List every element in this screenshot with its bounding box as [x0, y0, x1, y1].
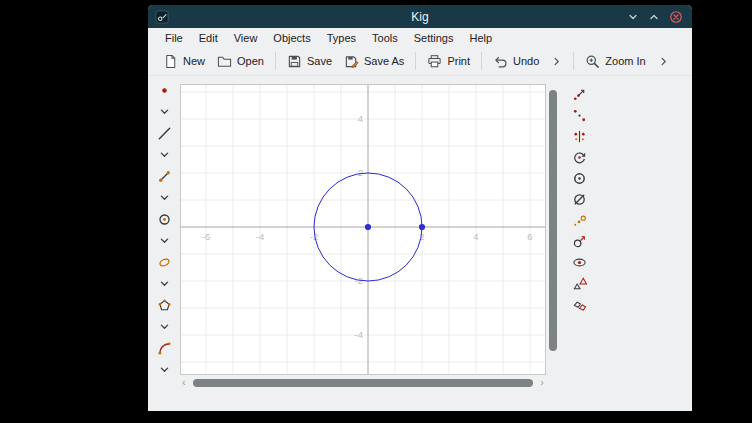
open-folder-icon: [217, 54, 232, 69]
tool-polygon-expander[interactable]: [148, 316, 180, 337]
menu-settings[interactable]: Settings: [406, 30, 462, 46]
point-object[interactable]: [365, 224, 371, 230]
scroll-left-arrow[interactable]: ‹: [182, 376, 186, 388]
menu-edit[interactable]: Edit: [191, 30, 226, 46]
print-label: Print: [447, 55, 470, 67]
tool-line-expander[interactable]: [148, 144, 180, 165]
chevron-right-icon: [551, 56, 562, 67]
tool-circle-button[interactable]: [148, 208, 180, 230]
maximize-button[interactable]: [648, 11, 660, 23]
window-title: Kig: [148, 10, 692, 24]
scroll-right-arrow[interactable]: ›: [540, 376, 544, 388]
print-button[interactable]: Print: [421, 51, 476, 72]
undo-icon: [493, 54, 508, 69]
tool-point-button[interactable]: [148, 79, 180, 101]
point-object[interactable]: [419, 224, 425, 230]
central-symmetry-icon: [572, 108, 587, 123]
close-button[interactable]: [669, 10, 683, 24]
new-label: New: [183, 55, 205, 67]
projective-rotation-icon: [572, 234, 587, 249]
open-button[interactable]: Open: [211, 51, 270, 72]
tool-line-button[interactable]: [148, 122, 180, 144]
window-controls: [627, 10, 683, 24]
horizontal-scrollbar[interactable]: ‹ ›: [180, 377, 546, 389]
scaling-icon: [572, 213, 587, 228]
tool-conic-expander[interactable]: [148, 273, 180, 294]
save-as-label: Save As: [364, 55, 404, 67]
minimize-button[interactable]: [627, 11, 639, 23]
vertical-scrollbar-thumb[interactable]: [549, 90, 557, 351]
save-as-button[interactable]: Save As: [338, 51, 410, 72]
transform-translate-button[interactable]: [564, 84, 594, 105]
horizontal-scrollbar-thumb[interactable]: [193, 379, 533, 387]
menu-file[interactable]: File: [157, 30, 191, 46]
save-icon: [287, 54, 302, 69]
save-button[interactable]: Save: [281, 51, 338, 72]
transform-rotation-button[interactable]: [564, 147, 594, 168]
tool-polygon-button[interactable]: [148, 294, 180, 316]
print-icon: [427, 54, 442, 69]
x-axis-label: 4: [473, 231, 478, 242]
transform-projective-rotation-button[interactable]: [564, 231, 594, 252]
chevron-down-icon: [159, 192, 170, 203]
arc-tool-icon: [157, 341, 172, 356]
toolbar: NewOpenSaveSave AsPrintUndoZoom In: [148, 47, 692, 76]
zoom-in-label: Zoom In: [605, 55, 645, 67]
undo-expand-button[interactable]: [545, 53, 568, 70]
undo-button[interactable]: Undo: [487, 51, 545, 72]
menu-types[interactable]: Types: [319, 30, 364, 46]
chevron-down-icon: [159, 106, 170, 117]
point-tool-icon: [157, 83, 172, 98]
new-button[interactable]: New: [157, 51, 211, 72]
tool-segment-button[interactable]: [148, 165, 180, 187]
geometry-canvas[interactable]: -6-4-224642-2-4: [180, 84, 546, 375]
y-axis-label: 2: [358, 167, 363, 178]
tool-segment-expander[interactable]: [148, 187, 180, 208]
menu-help[interactable]: Help: [461, 30, 500, 46]
chevron-down-icon: [159, 321, 170, 332]
menu-tools[interactable]: Tools: [364, 30, 406, 46]
transform-inversion-button[interactable]: [564, 168, 594, 189]
menu-objects[interactable]: Objects: [265, 30, 318, 46]
conic-tool-icon: [157, 255, 172, 270]
y-axis-label: -4: [355, 329, 363, 340]
transform-scaling-button[interactable]: [564, 210, 594, 231]
transform-similarity-button[interactable]: [564, 273, 594, 294]
transform-central-symmetry-button[interactable]: [564, 105, 594, 126]
kig-window: Kig FileEditViewObjectsTypesToolsSetting…: [148, 5, 692, 411]
x-axis-label: 6: [527, 231, 532, 242]
transform-axial-symmetry-button[interactable]: [564, 126, 594, 147]
tool-point-expander[interactable]: [148, 101, 180, 122]
menubar: FileEditViewObjectsTypesToolsSettingsHel…: [148, 28, 692, 47]
new-doc-icon: [163, 54, 178, 69]
x-axis-label: -6: [202, 231, 210, 242]
toolbar-separator: [275, 52, 276, 70]
zoom-in-button[interactable]: Zoom In: [579, 51, 651, 72]
chevron-right-icon: [658, 56, 669, 67]
circle-tool-icon: [157, 212, 172, 227]
undo-label: Undo: [513, 55, 539, 67]
tool-arc-expander[interactable]: [148, 359, 180, 380]
inversion-icon: [572, 171, 587, 186]
y-axis-label: 4: [358, 113, 363, 124]
save-as-icon: [344, 54, 359, 69]
right-toolbox: [564, 84, 594, 315]
zoom-expand-button[interactable]: [652, 53, 675, 70]
titlebar[interactable]: Kig: [148, 5, 692, 28]
transform-crossed-circle-button[interactable]: [564, 189, 594, 210]
crossed-circle-icon: [572, 192, 587, 207]
transform-polygon-transform-button[interactable]: [564, 294, 594, 315]
transform-test-button[interactable]: [564, 252, 594, 273]
rotation-icon: [572, 150, 587, 165]
polygon-transform-icon: [572, 297, 587, 312]
axial-symmetry-icon: [572, 129, 587, 144]
similarity-icon: [572, 276, 587, 291]
canvas-svg: -6-4-224642-2-4: [181, 85, 545, 374]
tool-circle-expander[interactable]: [148, 230, 180, 251]
tool-conic-button[interactable]: [148, 251, 180, 273]
left-toolbox: [148, 79, 180, 380]
line-tool-icon: [157, 126, 172, 141]
menu-view[interactable]: View: [226, 30, 266, 46]
vertical-scrollbar[interactable]: [547, 84, 559, 375]
tool-arc-button[interactable]: [148, 337, 180, 359]
